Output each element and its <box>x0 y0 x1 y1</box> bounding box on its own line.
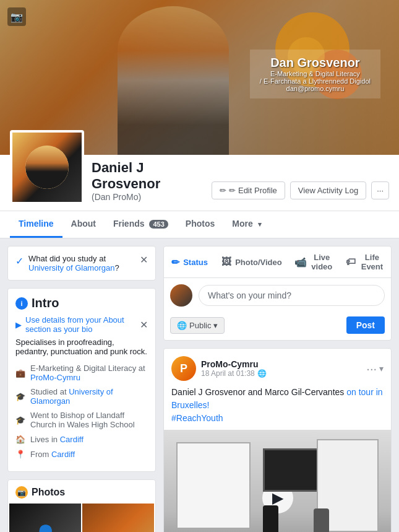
photos-section: 📷 Photos 👤 <box>7 479 156 532</box>
cardiff-from-link[interactable]: Cardiff <box>51 450 75 459</box>
create-post-card: ✏ Status 🖼 Photo/Video 📹 Live video 🏷 Li… <box>163 246 392 341</box>
intro-card: i Intro ▶ Use details from your About se… <box>7 288 156 472</box>
main-content: ✓ What did you study at University of Gl… <box>0 238 399 532</box>
right-column: ✏ Status 🖼 Photo/Video 📹 Live video 🏷 Li… <box>163 246 392 532</box>
bio-use-link[interactable]: ▶ Use details from your About section as… <box>15 315 148 334</box>
post-image: ▶ Johannes Rinderer ▶ #reachyouth 7 Apri… <box>164 430 391 532</box>
post-more-button[interactable]: ··· <box>366 362 377 376</box>
intro-title: i Intro <box>15 296 148 310</box>
profile-name-area: Daniel J Grosvenor (Dan ProMo) <box>84 160 212 204</box>
cover-tagline1: E-Marketing & Digital Literacy <box>260 70 371 77</box>
post-image-placeholder: ▶ <box>164 430 391 532</box>
cardiff-lives-link[interactable]: Cardiff <box>60 435 84 444</box>
post-input-row: What's on your mind? <box>164 278 391 313</box>
school-info-item: 🎓 Went to Bishop of Llandaff Church in W… <box>15 411 148 429</box>
status-icon: ✏ <box>171 256 179 268</box>
study-prompt-icon: ✓ <box>15 255 24 267</box>
profile-actions: ✏ ✏ Edit Profile View Activity Log ··· <box>212 181 389 204</box>
tab-about[interactable]: About <box>62 211 105 238</box>
pin-icon: 📍 <box>15 449 25 459</box>
globe-icon: 🌐 <box>177 321 187 330</box>
status-tab[interactable]: ✏ Status <box>164 246 215 277</box>
profile-display-name: Daniel J Grosvenor <box>92 160 212 192</box>
bio-use-close-button[interactable]: ✕ <box>140 319 148 331</box>
cover-tagline2: / E-Farchnata a Llythrennedd Digidol <box>260 77 371 85</box>
edit-profile-button[interactable]: ✏ ✏ Edit Profile <box>212 181 285 199</box>
post-page-name: ProMo-Cymru <box>201 359 366 369</box>
photos-icon: 📷 <box>15 486 28 499</box>
post-composer-avatar <box>170 284 192 307</box>
school-icon: 🎓 <box>15 415 25 425</box>
study-icon: 🎓 <box>15 391 25 401</box>
post-privacy-button[interactable]: 🌐 Public ▾ <box>170 317 225 334</box>
work-icon: 💼 <box>15 368 25 378</box>
cover-email: dan@promo.cymru <box>260 85 371 92</box>
post-collapse-icon[interactable]: ▾ <box>379 364 384 373</box>
post-header: P ProMo-Cymru 18 April at 01:38 🌐 ··· ▾ <box>164 349 391 386</box>
study-link[interactable]: University of Glamorgan <box>28 263 114 273</box>
tab-more[interactable]: More ▾ <box>223 211 270 238</box>
post-actions-row: 🌐 Public ▾ Post <box>164 313 391 340</box>
profile-alt-name: (Dan ProMo) <box>92 192 212 202</box>
intro-icon: i <box>15 297 28 310</box>
live-video-tab[interactable]: 📹 Live video <box>288 246 340 277</box>
post-page-name-link[interactable]: ProMo-Cymru <box>201 359 259 369</box>
cover-text-box: Dan Grosvenor E-Marketing & Digital Lite… <box>250 50 380 98</box>
from-info-item: 📍 From Cardiff <box>15 449 148 459</box>
photos-title: 📷 Photos <box>15 486 148 499</box>
post-page-avatar: P <box>171 356 196 381</box>
photo-cell-1[interactable]: 👤 <box>9 504 81 532</box>
study-prompt-close-button[interactable]: ✕ <box>140 254 148 266</box>
photo-video-icon: 🖼 <box>221 256 231 268</box>
post-input[interactable]: What's on your mind? <box>199 285 385 306</box>
post-content: Daniel J Grosvenor and Marco Gil-Cervant… <box>164 386 391 430</box>
study-prompt-text: What did you study at University of Glam… <box>28 254 135 273</box>
home-icon: 🏠 <box>15 434 25 444</box>
tab-photos[interactable]: Photos <box>177 211 223 238</box>
tab-timeline[interactable]: Timeline <box>10 211 62 238</box>
photos-header: 📷 Photos <box>8 480 155 504</box>
pencil-icon: ✏ <box>220 186 226 195</box>
life-event-icon: 🏷 <box>346 256 356 268</box>
cover-name: Dan Grosvenor <box>260 56 371 70</box>
left-column: ✓ What did you study at University of Gl… <box>7 246 156 532</box>
post-date: 18 April at 01:38 🌐 <box>201 369 366 378</box>
bio-text: Specialises in proofreading, pedantry, p… <box>15 338 148 356</box>
profile-info-row: Daniel J Grosvenor (Dan ProMo) ✏ ✏ Edit … <box>0 155 399 211</box>
photo-video-tab[interactable]: 🖼 Photo/Video <box>215 246 288 277</box>
tab-friends[interactable]: Friends 453 <box>105 211 177 238</box>
view-activity-button[interactable]: View Activity Log <box>290 181 366 199</box>
live-video-icon: 📹 <box>294 256 307 268</box>
more-options-button[interactable]: ··· <box>371 181 389 199</box>
friends-badge: 453 <box>149 220 168 229</box>
lives-info-item: 🏠 Lives in Cardiff <box>15 434 148 444</box>
profile-section: Daniel J Grosvenor (Dan ProMo) ✏ ✏ Edit … <box>0 155 399 238</box>
profile-nav: Timeline About Friends 453 Photos More ▾ <box>0 211 399 238</box>
study-prompt-card: ✓ What did you study at University of Gl… <box>7 246 156 281</box>
avatar <box>10 130 84 204</box>
promo-cymru-link[interactable]: ProMo-Cymru <box>30 373 80 382</box>
work-info-item: 💼 E-Marketing & Digital Literacy at ProM… <box>15 364 148 382</box>
study-info-item: 🎓 Studied at University of Glamorgan <box>15 387 148 406</box>
cover-camera-icon[interactable]: 📷 <box>7 7 26 26</box>
privacy-chevron-icon: ▾ <box>213 321 218 330</box>
photo-cell-2[interactable] <box>82 504 154 532</box>
glamorgan-link[interactable]: University of Glamorgan <box>30 387 113 406</box>
more-chevron-icon: ▾ <box>258 220 262 228</box>
post-meta: ProMo-Cymru 18 April at 01:38 🌐 <box>201 359 366 378</box>
post-card-promo-cymru: P ProMo-Cymru 18 April at 01:38 🌐 ··· ▾ … <box>163 348 392 532</box>
photo-grid: 👤 <box>8 504 155 532</box>
post-type-tabs: ✏ Status 🖼 Photo/Video 📹 Live video 🏷 Li… <box>164 246 391 278</box>
post-button[interactable]: Post <box>346 316 385 334</box>
bio-use-icon: ▶ <box>15 320 22 329</box>
life-event-tab[interactable]: 🏷 Life Event <box>340 246 391 277</box>
post-globe-icon: 🌐 <box>257 369 267 378</box>
reachyouth-link[interactable]: #ReachYouth <box>171 413 223 423</box>
